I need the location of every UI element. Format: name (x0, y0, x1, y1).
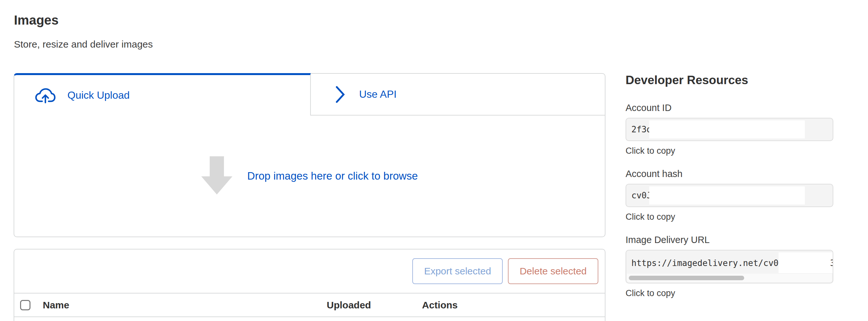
horizontal-scrollbar-track (627, 274, 832, 282)
image-delivery-url-label: Image Delivery URL (625, 234, 835, 245)
chevron-right-icon (335, 85, 345, 104)
drop-zone-label: Drop images here or click to browse (247, 170, 418, 182)
redaction-overlay (779, 252, 833, 273)
column-header-name: Name (43, 300, 327, 311)
upload-tabs: Quick Upload Use API (13, 73, 606, 115)
column-header-actions: Actions (422, 300, 458, 311)
account-id-field[interactable]: 2f3d (625, 118, 833, 141)
image-delivery-url-copy-hint: Click to copy (625, 288, 835, 298)
redaction-overlay (649, 120, 805, 139)
truncated-character-fragment: 3 (830, 258, 833, 269)
export-selected-button[interactable]: Export selected (412, 258, 503, 284)
select-all-checkbox[interactable] (20, 300, 30, 310)
account-id-value: 2f3d (631, 124, 652, 134)
account-id-label: Account ID (625, 102, 835, 113)
page-title: Images (14, 13, 59, 28)
tab-use-api-label: Use API (359, 88, 397, 100)
horizontal-scrollbar-thumb[interactable] (629, 276, 744, 280)
cloud-upload-icon (35, 87, 56, 104)
table-header-row: Name Uploaded Actions (14, 293, 605, 317)
delete-selected-button[interactable]: Delete selected (508, 258, 598, 284)
image-delivery-url-field[interactable]: https://imagedelivery.net/cv0JS 3 (625, 250, 833, 283)
tab-use-api[interactable]: Use API (311, 73, 606, 115)
account-hash-value: cv0J (631, 190, 652, 200)
column-header-uploaded: Uploaded (327, 300, 422, 311)
developer-resources-panel: Developer Resources Account ID 2f3d Clic… (625, 73, 835, 311)
main-column: Quick Upload Use API Drop images here or… (13, 73, 606, 321)
account-hash-field[interactable]: cv0J (625, 184, 833, 207)
account-hash-copy-hint: Click to copy (625, 212, 835, 222)
images-table-panel: Export selected Delete selected Name Upl… (13, 249, 606, 321)
tab-quick-upload[interactable]: Quick Upload (13, 73, 311, 115)
image-drop-zone[interactable]: Drop images here or click to browse (13, 115, 606, 237)
account-id-copy-hint: Click to copy (625, 146, 835, 156)
page-subtitle: Store, resize and deliver images (14, 39, 153, 50)
images-page: Images Store, resize and deliver images … (0, 0, 868, 321)
table-toolbar: Export selected Delete selected (14, 249, 605, 293)
tab-quick-upload-label: Quick Upload (67, 89, 130, 101)
image-delivery-url-value: https://imagedelivery.net/cv0JS (631, 258, 788, 268)
redaction-overlay (649, 186, 805, 205)
account-hash-label: Account hash (625, 168, 835, 179)
arrow-down-icon (201, 156, 232, 196)
developer-resources-title: Developer Resources (625, 73, 835, 87)
